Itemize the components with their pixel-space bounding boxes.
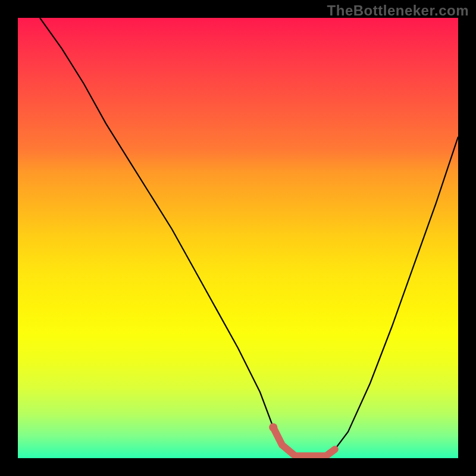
optimal-start-dot: [269, 423, 277, 431]
plot-area: [18, 18, 458, 458]
bottleneck-curve-path: [40, 18, 458, 456]
chart-overlay: [18, 18, 458, 458]
chart-frame: TheBottleneker.com: [0, 0, 476, 476]
watermark-text: TheBottleneker.com: [327, 2, 469, 19]
optimal-segment-highlight: [273, 427, 335, 456]
